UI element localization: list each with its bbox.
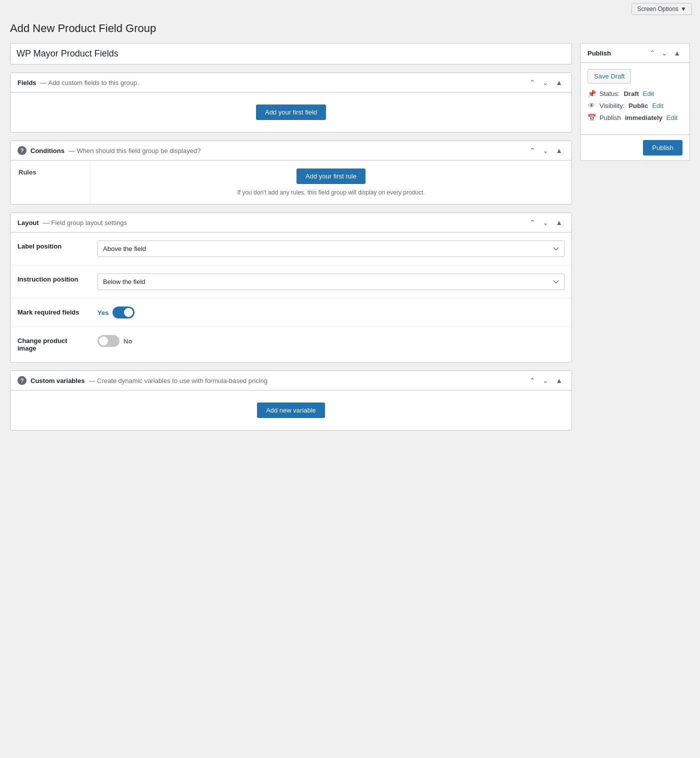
layout-panel-down-btn[interactable]: ⌄ bbox=[540, 218, 550, 227]
custom-variables-panel: ? Custom variables — Create dynamic vari… bbox=[10, 370, 572, 430]
conditions-panel-down-btn[interactable]: ⌄ bbox=[540, 146, 550, 155]
custom-variables-panel-body: Add new variable bbox=[10, 390, 572, 430]
publish-panel-collapse-btn[interactable]: ▲ bbox=[672, 48, 682, 58]
publish-time-row: 📅 Publish immediately Edit bbox=[588, 114, 682, 122]
change-product-image-toggle[interactable] bbox=[98, 335, 120, 347]
publish-panel-up-btn[interactable]: ⌃ bbox=[648, 48, 658, 58]
custom-variables-panel-controls: ⌃ ⌄ ▲ bbox=[528, 376, 564, 385]
mark-required-toggle[interactable] bbox=[112, 306, 134, 318]
mark-required-toggle-yes-label: Yes bbox=[98, 309, 108, 316]
label-position-select[interactable]: Above the field Below the field Left of … bbox=[98, 240, 564, 257]
mark-required-label: Mark required fields bbox=[10, 298, 90, 326]
mark-required-row: Mark required fields Yes bbox=[10, 298, 572, 327]
screen-options-label: Screen Options bbox=[637, 6, 678, 12]
publish-time-edit-link[interactable]: Edit bbox=[666, 114, 678, 122]
group-title-input[interactable] bbox=[10, 43, 572, 64]
conditions-panel-body: Rules Add your first rule If you don't a… bbox=[10, 160, 572, 204]
status-edit-link[interactable]: Edit bbox=[643, 90, 654, 98]
visibility-label: Visibility: bbox=[600, 102, 624, 110]
layout-panel-collapse-btn[interactable]: ▲ bbox=[554, 218, 564, 227]
label-position-row: Label position Above the field Below the… bbox=[10, 232, 572, 266]
conditions-panel-up-btn[interactable]: ⌃ bbox=[528, 146, 538, 155]
rules-help-text: If you don't add any rules, this field g… bbox=[237, 189, 424, 196]
status-icon: 📌 bbox=[588, 90, 596, 98]
fields-panel-header-left: Fields — Add custom fields to this group… bbox=[18, 79, 139, 86]
main-content: Fields — Add custom fields to this group… bbox=[10, 43, 572, 430]
publish-button[interactable]: Publish bbox=[643, 140, 682, 156]
publish-panel-controls: ⌃ ⌄ ▲ bbox=[648, 48, 682, 58]
screen-options-button[interactable]: Screen Options ▼ bbox=[632, 3, 692, 15]
custom-variables-panel-header-left: ? Custom variables — Create dynamic vari… bbox=[18, 376, 268, 385]
conditions-panel-subtitle: — When should this field group be displa… bbox=[68, 147, 201, 154]
rules-content: Add your first rule If you don't add any… bbox=[90, 160, 572, 204]
layout-panel-title: Layout bbox=[18, 219, 39, 226]
visibility-icon: 👁 bbox=[588, 102, 596, 110]
change-product-image-control: No bbox=[90, 327, 572, 355]
conditions-panel-title: Conditions bbox=[30, 147, 64, 154]
change-product-image-row: Change product image No bbox=[10, 327, 572, 362]
publish-panel-title: Publish bbox=[588, 50, 611, 57]
fields-panel: Fields — Add custom fields to this group… bbox=[10, 72, 572, 132]
conditions-panel: ? Conditions — When should this field gr… bbox=[10, 140, 572, 204]
layout-panel: Layout — Field group layout settings ⌃ ⌄… bbox=[10, 212, 572, 362]
instruction-position-label: Instruction position bbox=[10, 266, 90, 293]
mark-required-toggle-wrap: Yes bbox=[98, 306, 564, 318]
instruction-position-select[interactable]: Below the field Above the field bbox=[98, 274, 564, 290]
conditions-panel-collapse-btn[interactable]: ▲ bbox=[554, 146, 564, 155]
publish-panel-footer: Publish bbox=[580, 134, 690, 160]
publish-time-label: Publish bbox=[600, 114, 621, 122]
publish-time-icon: 📅 bbox=[588, 114, 596, 122]
top-bar: Screen Options ▼ bbox=[0, 0, 700, 18]
visibility-edit-link[interactable]: Edit bbox=[652, 102, 663, 110]
fields-panel-up-btn[interactable]: ⌃ bbox=[528, 78, 538, 87]
chevron-down-icon: ▼ bbox=[680, 6, 686, 12]
page-title: Add New Product Field Group bbox=[0, 18, 700, 43]
label-position-label: Label position bbox=[10, 232, 90, 260]
change-product-image-toggle-wrap: No bbox=[98, 335, 564, 347]
fields-panel-title: Fields bbox=[18, 79, 36, 86]
publish-time-value: immediately bbox=[625, 114, 662, 122]
conditions-panel-header-left: ? Conditions — When should this field gr… bbox=[18, 146, 200, 155]
sidebar: Publish ⌃ ⌄ ▲ Save Draft 📌 Status: Draft… bbox=[580, 43, 690, 430]
save-draft-button[interactable]: Save Draft bbox=[588, 69, 631, 84]
layout-panel-up-btn[interactable]: ⌃ bbox=[528, 218, 538, 227]
custom-variables-panel-header: ? Custom variables — Create dynamic vari… bbox=[10, 371, 572, 390]
custom-variables-panel-subtitle: — Create dynamic variables to use with f… bbox=[88, 377, 268, 384]
custom-variables-help-icon: ? bbox=[18, 376, 26, 385]
publish-info: 📌 Status: Draft Edit 👁 Visibility: Publi… bbox=[588, 90, 682, 122]
change-product-image-no-label: No bbox=[124, 338, 132, 345]
custom-variables-panel-title: Custom variables bbox=[30, 377, 84, 384]
status-label: Status: bbox=[600, 90, 620, 98]
conditions-panel-header: ? Conditions — When should this field gr… bbox=[10, 141, 572, 160]
add-first-rule-button[interactable]: Add your first rule bbox=[296, 168, 366, 184]
custom-variables-panel-collapse-btn[interactable]: ▲ bbox=[554, 376, 564, 385]
custom-variables-panel-down-btn[interactable]: ⌄ bbox=[540, 376, 550, 385]
publish-panel-body: Save Draft 📌 Status: Draft Edit 👁 Visibi… bbox=[580, 63, 690, 134]
publish-panel: Publish ⌃ ⌄ ▲ Save Draft 📌 Status: Draft… bbox=[580, 43, 690, 161]
main-layout: Fields — Add custom fields to this group… bbox=[0, 43, 700, 440]
change-product-image-slider bbox=[98, 335, 120, 347]
mark-required-control: Yes bbox=[90, 298, 572, 326]
layout-panel-header: Layout — Field group layout settings ⌃ ⌄… bbox=[10, 213, 572, 232]
custom-variables-panel-up-btn[interactable]: ⌃ bbox=[528, 376, 538, 385]
layout-panel-controls: ⌃ ⌄ ▲ bbox=[528, 218, 564, 227]
add-variable-button[interactable]: Add new variable bbox=[257, 402, 325, 418]
change-product-image-label: Change product image bbox=[10, 327, 90, 362]
layout-panel-body: Label position Above the field Below the… bbox=[10, 232, 572, 362]
instruction-position-row: Instruction position Below the field Abo… bbox=[10, 266, 572, 298]
status-row: 📌 Status: Draft Edit bbox=[588, 90, 682, 98]
layout-panel-header-left: Layout — Field group layout settings bbox=[18, 219, 127, 226]
rules-label: Rules bbox=[10, 160, 90, 204]
status-value: Draft bbox=[624, 90, 638, 98]
label-position-control: Above the field Below the field Left of … bbox=[90, 232, 572, 265]
publish-panel-down-btn[interactable]: ⌄ bbox=[660, 48, 670, 58]
fields-panel-controls: ⌃ ⌄ ▲ bbox=[528, 78, 564, 87]
instruction-position-control: Below the field Above the field bbox=[90, 266, 572, 298]
fields-panel-header: Fields — Add custom fields to this group… bbox=[10, 73, 572, 92]
mark-required-slider bbox=[112, 306, 134, 318]
add-first-field-button[interactable]: Add your first field bbox=[256, 104, 326, 120]
publish-panel-header: Publish ⌃ ⌄ ▲ bbox=[580, 44, 690, 63]
fields-panel-down-btn[interactable]: ⌄ bbox=[540, 78, 550, 87]
fields-panel-collapse-btn[interactable]: ▲ bbox=[554, 78, 564, 87]
visibility-value: Public bbox=[628, 102, 648, 110]
